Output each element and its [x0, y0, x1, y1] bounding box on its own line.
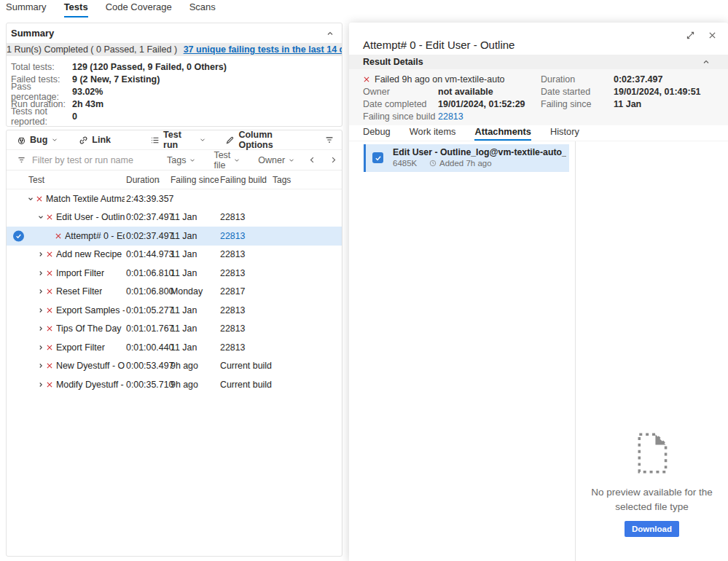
table-row[interactable]: Match Textile Autmation2:43:39.357 [7, 189, 342, 208]
test-name: Reset Filter [56, 286, 102, 297]
table-row[interactable]: Modify Dyestuff - Ou0:00:35.7109h agoCur… [7, 375, 342, 394]
test-failing-build: 22813 [220, 342, 245, 353]
table-row[interactable]: Import Filter0:01:06.81011 Jan22813 [7, 264, 342, 283]
test-failing-since: 11 Jan [171, 249, 197, 259]
link-button[interactable]: Link [79, 135, 111, 145]
test-failing-build: 22817 [220, 286, 245, 297]
collapse-chevron-icon[interactable] [326, 29, 334, 38]
tab-history[interactable]: History [550, 126, 579, 141]
column-failing-build[interactable]: Failing build [220, 175, 267, 185]
test-duration: 0:01:05.277 [126, 305, 173, 315]
clock-icon [429, 160, 437, 167]
filter-toggle-button[interactable] [324, 135, 334, 145]
test-failing-build: 22813 [220, 212, 245, 222]
preview-pane: No preview available for the selected fi… [576, 141, 728, 561]
test-name: Import Filter [56, 268, 104, 278]
failed-icon [36, 195, 43, 203]
table-row[interactable]: New Dyestuff - Outli0:00:53.4979h agoCur… [7, 357, 342, 376]
duration-value: 0:02:37.497 [614, 74, 662, 86]
row-expander-icon[interactable] [27, 195, 34, 203]
row-expander-icon[interactable] [37, 344, 44, 351]
sort-descending-icon[interactable]: ↓ [157, 175, 161, 184]
tags-filter-dropdown[interactable]: Tags [167, 155, 196, 165]
app-root: Summary Tests Code Coverage Scans Summar… [0, 0, 728, 561]
link-icon [79, 136, 88, 145]
failed-icon [46, 325, 53, 332]
expand-panel-icon[interactable] [683, 28, 697, 42]
row-expander-icon[interactable] [37, 325, 44, 332]
table-row[interactable]: Add new Recipe Loca0:01:44.97311 Jan2281… [7, 246, 342, 264]
failed-icon [46, 251, 53, 258]
column-options-button[interactable]: Column Options [225, 130, 305, 150]
column-tags[interactable]: Tags [273, 175, 291, 185]
test-failing-build: Current build [220, 361, 272, 371]
owner-filter-dropdown[interactable]: Owner [258, 155, 295, 165]
tab-scans[interactable]: Scans [189, 1, 216, 17]
test-name: Match Textile Autmation [46, 194, 125, 204]
test-failing-since: 11 Jan [171, 212, 197, 222]
row-expander-icon[interactable] [37, 362, 44, 369]
row-expander-icon[interactable] [37, 213, 44, 221]
row-expander-icon[interactable] [37, 288, 44, 295]
summary-card-header[interactable]: Summary [7, 23, 342, 43]
row-expander-icon[interactable] [37, 270, 44, 277]
no-preview-file-icon [635, 432, 669, 474]
pencil-icon [225, 136, 235, 145]
filters-scroll-left-icon[interactable] [308, 156, 316, 164]
test-failing-since: 11 Jan [171, 305, 197, 315]
list-icon [150, 136, 160, 145]
test-duration: 0:01:06.810 [126, 268, 173, 278]
tab-code-coverage[interactable]: Code Coverage [106, 1, 172, 17]
test-run-button[interactable]: Test run [150, 130, 206, 150]
test-failing-since: 11 Jan [171, 323, 197, 334]
close-panel-icon[interactable] [705, 28, 719, 42]
collapse-chevron-icon[interactable] [702, 58, 711, 66]
stat-tests-not-reported: Tests not reported: 0 [11, 110, 342, 122]
failed-icon [363, 76, 370, 83]
test-name: Attempt# 0 - Edit [65, 231, 125, 241]
bug-button[interactable]: Bug [17, 135, 58, 145]
column-duration[interactable]: Duration [126, 175, 159, 185]
chevron-down-icon [288, 157, 295, 164]
failed-icon [46, 288, 53, 295]
test-filter-input[interactable] [32, 155, 149, 165]
tab-summary[interactable]: Summary [6, 1, 47, 17]
filter-icon [17, 155, 26, 165]
summary-title: Summary [11, 28, 54, 39]
date-completed-label: Date completed [363, 98, 427, 111]
test-failing-since: 9h ago [171, 361, 198, 371]
row-expander-icon[interactable] [37, 251, 44, 258]
test-duration: 0:02:37.497 [126, 231, 173, 241]
tab-tests[interactable]: Tests [64, 1, 88, 17]
table-row[interactable]: Tips Of The Day0:01:01.76711 Jan22813 [7, 320, 342, 339]
failure-status: Failed 9h ago on vm-textile-auto [363, 74, 505, 86]
test-file-filter-dropdown[interactable]: Test file [214, 150, 240, 170]
filters-scroll-right-icon[interactable] [329, 156, 337, 164]
column-test[interactable]: Test [28, 175, 44, 185]
attachment-name: Edit User - Outline_log@vm-textile-auto_… [393, 147, 566, 157]
table-row[interactable]: Export Samples - QT0:01:05.27711 Jan2281… [7, 301, 342, 320]
panel-header: Attempt# 0 - Edit User - Outline [349, 23, 728, 55]
table-row[interactable]: Edit User - Outline0:02:37.49711 Jan2281… [7, 208, 342, 227]
tab-work-items[interactable]: Work items [410, 126, 456, 141]
row-expander-icon[interactable] [37, 307, 44, 314]
result-details-section-header[interactable]: Result Details [349, 55, 728, 69]
row-expander-icon[interactable] [37, 381, 44, 388]
tab-debug[interactable]: Debug [363, 126, 391, 141]
failed-icon [46, 270, 53, 277]
test-failing-build[interactable]: 22813 [220, 231, 245, 241]
unique-failing-tests-link[interactable]: 37 unique failing tests in the last 14 d… [184, 44, 342, 55]
table-row[interactable]: Attempt# 0 - Edit0:02:37.49711 Jan22813 [7, 227, 342, 246]
attachment-list-item[interactable]: Edit User - Outline_log@vm-textile-auto_… [364, 144, 569, 172]
test-failing-build: Current build [220, 380, 272, 390]
table-row[interactable]: Reset Filter0:01:06.800Monday22817 [7, 283, 342, 302]
download-button[interactable]: Download [625, 521, 679, 537]
failing-since-build-link[interactable]: 22813 [438, 111, 463, 123]
test-name: Add new Recipe Loca [56, 249, 125, 259]
attachment-size: 6485K [393, 159, 429, 168]
attachment-checkbox[interactable] [372, 152, 383, 163]
table-row[interactable]: Export Filter0:01:00.44011 Jan22813 [7, 338, 342, 357]
column-failing-since[interactable]: Failing since [171, 175, 219, 185]
tab-attachments[interactable]: Attachments [474, 126, 531, 141]
owner-label: Owner [363, 86, 390, 98]
